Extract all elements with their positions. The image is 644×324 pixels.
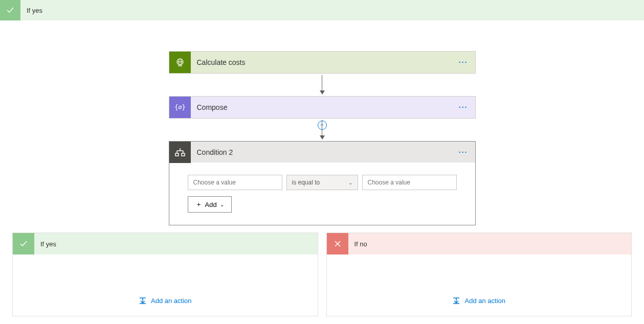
- x-icon: [327, 233, 348, 254]
- condition-left-value[interactable]: [188, 175, 282, 190]
- ellipsis-icon[interactable]: ···: [452, 58, 475, 66]
- condition-icon: [169, 142, 191, 163]
- step-title: Compose: [191, 103, 452, 111]
- step-condition: Condition 2 ··· is equal to ⌄ ＋ Add ⌄: [169, 141, 476, 225]
- checkmark-icon: [0, 0, 20, 20]
- add-action-button[interactable]: Add an action: [139, 296, 192, 305]
- step-header: Calculate costs ···: [169, 52, 475, 73]
- svg-text:{∅}: {∅}: [175, 104, 185, 111]
- svg-rect-10: [182, 153, 185, 156]
- ellipsis-icon[interactable]: ···: [452, 103, 475, 111]
- step-compose[interactable]: {∅} Compose ···: [169, 96, 476, 119]
- branch-label: If yes: [34, 240, 56, 248]
- add-action-label: Add an action: [151, 297, 192, 305]
- add-action-icon: [139, 296, 147, 305]
- svg-rect-9: [175, 153, 179, 156]
- operator-label: is equal to: [292, 179, 320, 186]
- step-header[interactable]: Condition 2 ···: [169, 141, 476, 163]
- branch-header: If yes: [13, 233, 318, 254]
- branch-label: If no: [348, 240, 367, 248]
- step-calculate-costs[interactable]: Calculate costs ···: [169, 51, 476, 74]
- step-title: Calculate costs: [191, 58, 452, 66]
- connector-arrow: [320, 74, 325, 96]
- ellipsis-icon[interactable]: ···: [452, 148, 475, 156]
- step-title: Condition 2: [191, 148, 452, 156]
- braces-icon: {∅}: [169, 97, 191, 118]
- branch-header: If no: [327, 233, 632, 254]
- outer-branch-label: If yes: [20, 7, 42, 14]
- add-action-label: Add an action: [464, 297, 505, 305]
- outer-if-yes-banner: If yes: [0, 0, 644, 20]
- plus-icon: ＋: [195, 200, 202, 209]
- step-header: {∅} Compose ···: [169, 97, 475, 118]
- condition-row: is equal to ⌄: [188, 175, 457, 190]
- checkmark-icon: [13, 233, 34, 254]
- connector-arrow-plus: +: [320, 119, 325, 141]
- add-action-icon: [452, 296, 460, 305]
- branch-if-no: If no Add an action: [326, 233, 632, 316]
- branch-if-yes: If yes Add an action: [12, 233, 318, 316]
- add-action-button[interactable]: Add an action: [452, 296, 505, 305]
- chevron-down-icon: ⌄: [220, 202, 224, 207]
- condition-branches: If yes Add an action If no Add an action: [0, 225, 644, 316]
- condition-operator-select[interactable]: is equal to ⌄: [286, 175, 358, 190]
- globe-icon: [169, 52, 191, 73]
- add-condition-button[interactable]: ＋ Add ⌄: [188, 196, 232, 213]
- condition-right-value[interactable]: [362, 175, 457, 190]
- branch-body: Add an action: [327, 254, 632, 316]
- workflow-column: Calculate costs ··· {∅} Compose ··· + Co…: [0, 20, 644, 225]
- branch-body: Add an action: [13, 254, 318, 316]
- condition-body: is equal to ⌄ ＋ Add ⌄: [169, 163, 476, 225]
- add-label: Add: [205, 201, 217, 209]
- chevron-down-icon: ⌄: [348, 180, 352, 186]
